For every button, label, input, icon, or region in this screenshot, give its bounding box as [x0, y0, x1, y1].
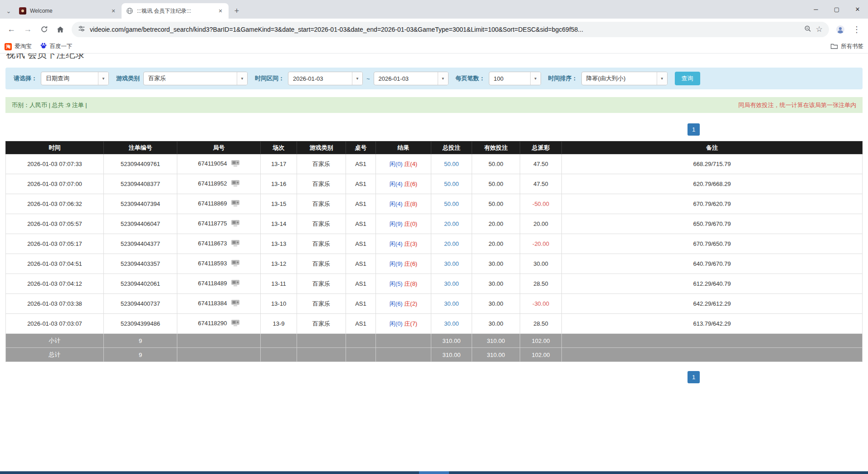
total-bet-link[interactable]: 50.00 — [444, 200, 459, 207]
total-bet-link[interactable]: 50.00 — [444, 181, 459, 187]
replay-icon[interactable] — [231, 239, 240, 248]
cell-session: 13-9 — [261, 314, 297, 334]
cell-result: 闲(9) 庄(6) — [376, 254, 431, 274]
chevron-down-icon[interactable]: ▼ — [438, 72, 448, 85]
cell-result: 闲(0) 庄(7) — [376, 314, 431, 334]
total-bet-link[interactable]: 30.00 — [444, 260, 459, 267]
table-row: 2026-01-03 07:07:00523094408377674118952… — [6, 174, 863, 194]
bookmark-star-icon[interactable]: ☆ — [816, 24, 823, 34]
minimize-button[interactable]: ─ — [805, 0, 826, 19]
all-bookmarks-button[interactable]: 所有书签 — [830, 43, 863, 51]
column-header: 总派彩 — [520, 142, 562, 154]
cell-total-bet: 30.00 — [431, 274, 472, 294]
sum-cell — [177, 334, 261, 348]
table-body: 2026-01-03 07:07:33523094409761674119054… — [6, 154, 863, 362]
cell-total-bet: 50.00 — [431, 194, 472, 214]
date-end-value: 2026-01-03 — [374, 75, 438, 82]
replay-icon[interactable] — [231, 279, 240, 288]
query-type-select[interactable]: 日期查询 ▼ — [41, 72, 109, 85]
forward-button[interactable]: → — [20, 22, 35, 37]
currency-summary-text: 币别：人民币 | 总共 :9 注单 | — [12, 101, 87, 109]
valid-bet-notice-text: 同局有效投注，统一计算在该局第一张注单内 — [738, 101, 856, 109]
round-number: 674119054 — [198, 160, 227, 167]
cell-note: 640.79/670.79 — [562, 254, 863, 274]
table-row: 2026-01-03 07:05:57523094406047674118775… — [6, 214, 863, 234]
game-type-select[interactable]: 百家乐 ▼ — [143, 72, 248, 85]
chevron-down-icon[interactable]: ▼ — [352, 72, 362, 85]
sum-cell: 总计 — [6, 348, 104, 362]
profile-icon[interactable] — [833, 22, 848, 37]
sum-cell — [261, 334, 297, 348]
per-page-select[interactable]: 100 ▼ — [489, 72, 541, 85]
total-bet-link[interactable]: 30.00 — [444, 320, 459, 327]
replay-icon[interactable] — [231, 200, 240, 208]
total-bet-link[interactable]: 30.00 — [444, 280, 459, 287]
zoom-icon[interactable] — [804, 25, 811, 34]
tab-betrecord[interactable]: :::视讯 会员下注纪录::: ✕ — [122, 3, 229, 19]
search-button[interactable]: 查询 — [675, 72, 700, 85]
replay-icon[interactable] — [231, 299, 240, 308]
cell-payout: 30.00 — [520, 254, 562, 274]
date-end-input[interactable]: 2026-01-03 ▼ — [374, 72, 449, 85]
chevron-down-icon[interactable]: ▼ — [98, 72, 108, 85]
close-button[interactable]: ✕ — [847, 0, 868, 19]
bookmark-baidu[interactable]: 百度一下 — [40, 42, 73, 51]
replay-icon[interactable] — [231, 180, 240, 188]
round-number: 674118952 — [198, 180, 227, 187]
cell-payout: -20.00 — [520, 234, 562, 254]
page-1-button[interactable]: 1 — [688, 123, 700, 136]
total-bet-link[interactable]: 30.00 — [444, 300, 459, 307]
menu-kebab-icon[interactable]: ⋮ — [849, 22, 864, 37]
total-bet-link[interactable]: 50.00 — [444, 161, 459, 167]
address-bar[interactable]: videoie.com/game/betrecord_search/kind3?… — [72, 22, 829, 37]
cell-payout: -50.00 — [520, 194, 562, 214]
replay-icon[interactable] — [231, 220, 240, 228]
refresh-button[interactable] — [36, 22, 52, 37]
sum-cell — [376, 348, 431, 362]
chevron-down-icon[interactable]: ▼ — [237, 72, 247, 85]
replay-icon[interactable] — [231, 259, 240, 268]
tab-search-chevron-icon[interactable]: ⌄ — [3, 3, 15, 19]
cell-bet-id: 523094402061 — [104, 274, 177, 294]
maximize-button[interactable]: ▢ — [826, 0, 847, 19]
bookmark-aitaobao[interactable]: 淘 爱淘宝 — [5, 43, 32, 50]
tab-close-icon[interactable]: ✕ — [110, 7, 117, 15]
date-start-input[interactable]: 2026-01-03 ▼ — [288, 72, 363, 85]
replay-icon[interactable] — [231, 160, 240, 168]
date-range-label: 时间区间： — [255, 74, 284, 83]
tab-close-icon[interactable]: ✕ — [217, 7, 224, 15]
page-content: 视讯 会员下注纪录 请选择： 日期查询 ▼ 游戏类别 百家乐 ▼ 时间区间： 2… — [0, 54, 868, 471]
cell-round: 674118673 — [177, 234, 261, 254]
total-bet-link[interactable]: 20.00 — [444, 220, 459, 227]
cell-round: 674118489 — [177, 274, 261, 294]
site-settings-icon[interactable] — [78, 25, 85, 34]
total-bet-link[interactable]: 20.00 — [444, 240, 459, 247]
round-number: 674118290 — [198, 320, 227, 327]
cell-game-type: 百家乐 — [297, 194, 346, 214]
cell-note: 670.79/650.79 — [562, 234, 863, 254]
cell-total-bet: 30.00 — [431, 314, 472, 334]
sum-cell: 102.00 — [520, 334, 562, 348]
subtotal-row: 小计9310.00310.00102.00 — [6, 334, 863, 348]
column-header: 局号 — [177, 142, 261, 154]
chevron-down-icon[interactable]: ▼ — [657, 72, 667, 85]
tab-welcome[interactable]: Welcome ✕ — [15, 3, 122, 19]
cell-time: 2026-01-03 07:04:12 — [6, 274, 104, 294]
result-player: 闲(0) — [390, 161, 403, 167]
home-button[interactable] — [53, 22, 68, 37]
sum-cell: 310.00 — [431, 348, 472, 362]
url-text[interactable]: videoie.com/game/betrecord_search/kind3?… — [90, 26, 800, 33]
page-1-button[interactable]: 1 — [688, 371, 700, 383]
chevron-down-icon[interactable]: ▼ — [530, 72, 541, 85]
back-button[interactable]: ← — [4, 22, 19, 37]
cell-game-type: 百家乐 — [297, 254, 346, 274]
new-tab-button[interactable]: + — [230, 5, 243, 17]
sort-select[interactable]: 降幂(由大到小) ▼ — [581, 72, 668, 85]
result-banker: 庄(6) — [404, 181, 417, 187]
tab-title: Welcome — [30, 8, 106, 14]
result-player: 闲(6) — [390, 300, 403, 307]
replay-icon[interactable] — [231, 319, 240, 328]
bookmark-label: 爱淘宝 — [15, 43, 32, 50]
cell-bet-id: 523094400737 — [104, 294, 177, 314]
cell-note: 650.79/670.79 — [562, 214, 863, 234]
